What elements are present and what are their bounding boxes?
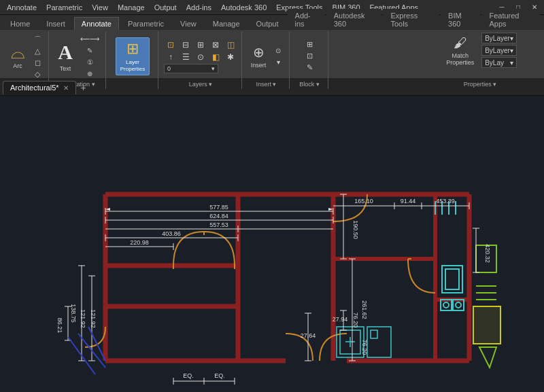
- layer-properties-label: LayerProperties: [120, 59, 145, 72]
- svg-text:557.53: 557.53: [209, 221, 228, 228]
- layers-btn-4[interactable]: ⊠: [209, 39, 222, 50]
- arc-label: Arc: [13, 63, 22, 69]
- svg-text:EQ.: EQ.: [183, 372, 194, 379]
- tab-view[interactable]: View: [173, 17, 204, 30]
- tab-featuredapps[interactable]: Featured Apps: [481, 9, 540, 30]
- block-btn-2[interactable]: ⊡: [303, 51, 316, 62]
- svg-text:91.44: 91.44: [401, 198, 416, 204]
- doc-tab-label: Architectural5*: [10, 84, 59, 92]
- arc-buttons: ⌓ Arc ⌒ △ ◻ ◇: [7, 33, 44, 79]
- svg-text:27.64: 27.64: [301, 332, 316, 339]
- tab-annotate[interactable]: Annotate: [74, 17, 119, 30]
- block-btn-3[interactable]: ✎: [303, 63, 316, 73]
- menu-autodesk360[interactable]: Autodesk 360: [217, 2, 271, 13]
- cad-drawing: 577.85 165.10 91.44 453.39 624.84 557.53…: [0, 96, 544, 392]
- arc-small-4[interactable]: ◇: [31, 69, 44, 79]
- match-properties-icon: 🖌: [454, 35, 467, 51]
- doc-tab-architectural[interactable]: Architectural5* ✕: [3, 81, 76, 94]
- layers-btn-3[interactable]: ⊞: [194, 39, 207, 50]
- menu-output[interactable]: Output: [150, 2, 181, 13]
- layers-btn-9[interactable]: ◧: [209, 52, 222, 63]
- menu-annotate[interactable]: Annotate: [3, 2, 41, 13]
- annotation-small-2[interactable]: ✎: [78, 45, 101, 56]
- ribbon-group-insert: ⊕ Insert ⊙ ▾ Insert ▾: [243, 31, 290, 89]
- svg-text:86.21: 86.21: [56, 318, 63, 334]
- tab-expresstools[interactable]: Express Tools: [383, 9, 439, 30]
- layers-btn-7[interactable]: ☰: [179, 52, 192, 63]
- doc-tab-close[interactable]: ✕: [63, 84, 69, 92]
- layers-btn-1[interactable]: ⊡: [164, 39, 177, 50]
- svg-text:577.85: 577.85: [209, 204, 228, 211]
- menu-addins[interactable]: Add-ins: [182, 2, 216, 13]
- ribbon-group-block: ⊞ ⊡ ✎ Block ▾: [291, 31, 328, 89]
- menu-view[interactable]: View: [88, 2, 112, 13]
- insert-button[interactable]: ⊕ Insert: [248, 37, 269, 75]
- layer-dropdown[interactable]: 0▾: [164, 64, 218, 73]
- drawing-area[interactable]: 577.85 165.10 91.44 453.39 624.84 557.53…: [0, 96, 544, 392]
- match-properties-button[interactable]: 🖌 MatchProperties: [443, 33, 477, 68]
- svg-rect-39: [473, 306, 500, 344]
- layer-properties-button[interactable]: ⊞ LayerProperties: [116, 37, 150, 75]
- ribbon-tabs: Home Insert Annotate Parametric View Man…: [0, 15, 544, 30]
- svg-text:261.62: 261.62: [361, 300, 368, 319]
- menu-parametric[interactable]: Parametric: [42, 2, 86, 13]
- properties-group-label: Properties ▾: [464, 81, 497, 88]
- block-btn-1[interactable]: ⊞: [303, 39, 316, 50]
- properties-dropdowns: ByLayer▾ ByLayer▾ ByLay▾: [481, 33, 517, 68]
- layers-btn-2[interactable]: ⊟: [179, 39, 192, 50]
- annotation-small-3[interactable]: ①: [78, 56, 101, 67]
- arc-small-3[interactable]: ◻: [31, 57, 44, 68]
- arc-small-1[interactable]: ⌒: [31, 34, 44, 45]
- menu-manage[interactable]: Manage: [114, 2, 149, 13]
- svg-text:165.10: 165.10: [354, 198, 373, 204]
- tab-addins[interactable]: Add-ins: [288, 9, 325, 30]
- layer-properties-group-label: [132, 81, 134, 88]
- tab-bim360[interactable]: BIM 360: [441, 9, 480, 30]
- svg-text:138.75: 138.75: [70, 304, 77, 323]
- svg-text:190.50: 190.50: [352, 220, 359, 239]
- ribbon-spacer: [330, 31, 418, 89]
- new-tab-button[interactable]: +: [78, 82, 90, 94]
- tab-manage[interactable]: Manage: [205, 17, 248, 30]
- annotation-small-1[interactable]: ⟵⟶: [78, 33, 101, 44]
- tab-output[interactable]: Output: [249, 17, 286, 30]
- ribbon-group-layer-properties: ⊞ LayerProperties: [107, 31, 158, 89]
- tab-parametric[interactable]: Parametric: [120, 17, 171, 30]
- layers-btn-10[interactable]: ✱: [224, 52, 237, 63]
- ribbon-group-layers: ⊡ ⊟ ⊞ ⊠ ◫ ↑ ☰ ⊙ ◧ ✱ 0: [160, 31, 242, 89]
- arc-small-buttons: ⌒ △ ◻ ◇: [31, 33, 44, 79]
- bylayer-dropdown-1[interactable]: ByLayer▾: [481, 33, 517, 43]
- tab-insert[interactable]: Insert: [39, 17, 73, 30]
- layers-btn-8[interactable]: ⊙: [194, 52, 207, 63]
- layers-group-label: Layers ▾: [189, 81, 213, 88]
- tab-autodesk360[interactable]: Autodesk 360: [326, 9, 382, 30]
- ribbon: Home Insert Annotate Parametric View Man…: [0, 15, 544, 79]
- insert-small-1[interactable]: ⊙: [271, 45, 285, 56]
- svg-text:121.92: 121.92: [90, 309, 97, 328]
- svg-text:EQ.: EQ.: [214, 372, 225, 379]
- tab-home[interactable]: Home: [3, 17, 37, 30]
- layers-btn-5[interactable]: ◫: [224, 39, 237, 50]
- bylayer-dropdown-2[interactable]: ByLayer▾: [481, 45, 517, 56]
- arc-small-2[interactable]: △: [31, 46, 44, 56]
- svg-text:220.98: 220.98: [130, 239, 149, 246]
- svg-text:403.86: 403.86: [162, 230, 181, 237]
- svg-text:624.84: 624.84: [209, 213, 228, 219]
- svg-text:27.94: 27.94: [333, 316, 348, 323]
- ribbon-group-match: 🖌 MatchProperties ByLayer▾ ByLayer▾ ByLa…: [419, 31, 541, 89]
- svg-text:121.92: 121.92: [80, 309, 86, 328]
- arc-button[interactable]: ⌓ Arc: [7, 39, 29, 74]
- insert-small-2[interactable]: ▾: [271, 56, 285, 67]
- svg-text:453.39: 453.39: [436, 198, 455, 204]
- block-group-label: Block ▾: [299, 81, 320, 88]
- annotation-small-4[interactable]: ⊕: [78, 68, 101, 79]
- svg-text:420.32: 420.32: [484, 244, 491, 263]
- layer-properties-icon: ⊞: [126, 40, 139, 58]
- arc-icon: ⌓: [11, 43, 25, 61]
- bylayer-dropdown-3[interactable]: ByLay▾: [481, 57, 517, 68]
- text-button[interactable]: A Text: [54, 39, 76, 74]
- layers-btn-6[interactable]: ↑: [164, 52, 177, 63]
- text-icon: A: [58, 41, 73, 64]
- insert-group-label: Insert ▾: [256, 81, 276, 88]
- svg-text:76.20: 76.20: [361, 340, 368, 355]
